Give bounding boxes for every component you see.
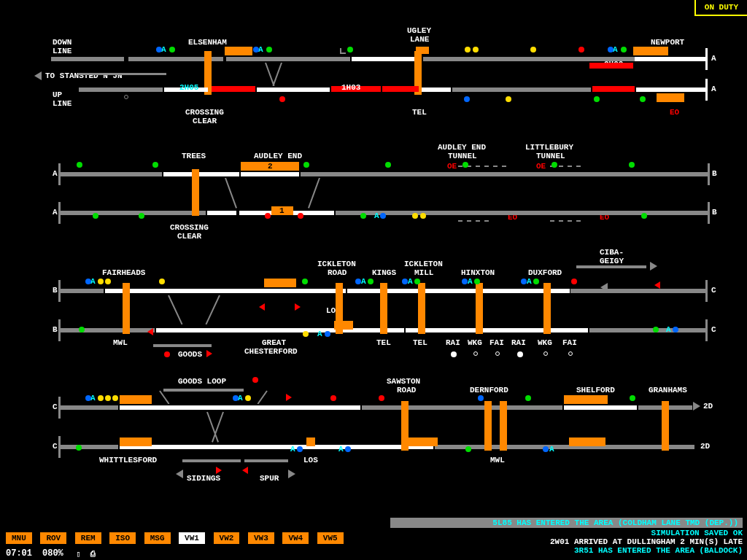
signal-dot[interactable] [412, 213, 418, 219]
arrow-right-icon [650, 262, 657, 271]
signal-dot[interactable] [303, 162, 309, 168]
train-id[interactable]: 2H05 [179, 83, 198, 92]
signal-dot[interactable] [385, 162, 391, 168]
track-white [636, 88, 705, 92]
crossing [192, 169, 199, 216]
vw1-button[interactable]: VW1 [179, 532, 205, 544]
signal-dot[interactable] [379, 395, 384, 401]
rem-button[interactable]: REM [75, 532, 101, 544]
signal-dot[interactable] [156, 47, 162, 52]
signal-dot[interactable] [355, 279, 361, 284]
msg-button[interactable]: MSG [144, 532, 171, 544]
signal-dot[interactable] [533, 279, 539, 284]
signal-dot[interactable] [298, 213, 303, 219]
signal-dot[interactable] [79, 327, 85, 332]
vw2-button[interactable]: VW2 [214, 532, 240, 544]
mnu-button[interactable]: MNU [6, 532, 32, 544]
shunt-signal-icon[interactable] [242, 467, 248, 474]
signal-dot[interactable] [124, 95, 128, 99]
signal-dot[interactable] [303, 331, 309, 337]
signal-dot[interactable] [112, 395, 118, 401]
signal-dot[interactable] [252, 377, 258, 383]
shunt-signal-icon[interactable] [286, 394, 292, 401]
signal-dot[interactable] [525, 395, 531, 401]
signal-dot[interactable] [297, 446, 303, 452]
signal-dot[interactable] [673, 327, 678, 332]
signal-dot[interactable] [420, 213, 426, 219]
signal-dot[interactable] [478, 395, 484, 401]
signal-dot[interactable] [169, 47, 175, 52]
signal-dot[interactable] [98, 279, 104, 284]
signal-dot[interactable] [414, 279, 420, 284]
signal-dot[interactable] [105, 279, 111, 284]
speed-icon[interactable]: ▯ [76, 549, 81, 559]
signal-dot[interactable] [578, 47, 584, 52]
signal-dot[interactable] [653, 327, 659, 332]
train-id[interactable]: 1H03 [341, 83, 360, 92]
vw5-button[interactable]: VW5 [317, 532, 344, 544]
signal-dot[interactable] [640, 96, 646, 102]
signal-dot[interactable] [302, 279, 308, 284]
shunt-signal-icon[interactable] [654, 281, 660, 289]
signal-dot[interactable] [402, 279, 408, 284]
signal-dot[interactable] [380, 213, 386, 219]
shunt-signal-icon[interactable] [295, 303, 301, 311]
signal-dot[interactable] [77, 162, 82, 168]
signal-dot[interactable] [530, 47, 536, 52]
ugley-label2: LANE [410, 35, 429, 44]
signal-dot[interactable] [98, 395, 104, 401]
iso-button[interactable]: ISO [109, 532, 136, 544]
signal-dot[interactable] [253, 47, 259, 52]
signal-dot[interactable] [621, 47, 627, 52]
signal-dot[interactable] [159, 279, 165, 284]
indicator-dot [543, 351, 548, 356]
signal-dot[interactable] [360, 213, 366, 219]
signal-dot[interactable] [465, 47, 471, 52]
signal-dot[interactable] [347, 47, 353, 52]
indicator-dot [451, 351, 457, 357]
vw3-button[interactable]: VW3 [248, 532, 274, 544]
signal-dot[interactable] [506, 96, 511, 102]
signal-dot[interactable] [105, 395, 111, 401]
signal-dot[interactable] [152, 162, 158, 168]
signal-dot[interactable] [266, 47, 272, 52]
shunt-signal-icon[interactable] [259, 303, 265, 311]
signal-dot[interactable] [543, 446, 549, 452]
signal-dot[interactable] [233, 395, 239, 401]
signal-dot[interactable] [521, 279, 527, 284]
signal-dot[interactable] [85, 395, 91, 401]
a-label: A [527, 277, 532, 286]
signal-dot[interactable] [551, 162, 557, 168]
signal-dot[interactable] [641, 213, 647, 219]
signal-dot[interactable] [325, 331, 330, 337]
signal-dot[interactable] [474, 279, 480, 284]
signal-dot[interactable] [462, 162, 468, 168]
signal-dot[interactable] [345, 446, 351, 452]
signal-dot[interactable] [245, 395, 251, 401]
signal-dot[interactable] [164, 351, 170, 357]
shunt-signal-icon[interactable] [216, 467, 222, 474]
vw4-button[interactable]: VW4 [282, 532, 309, 544]
signal-dot[interactable] [608, 47, 614, 52]
signal-dot[interactable] [85, 279, 91, 284]
signal-dot[interactable] [93, 213, 98, 219]
signal-dot[interactable] [629, 162, 635, 168]
signal-dot[interactable] [368, 279, 374, 284]
signal-dot[interactable] [594, 96, 600, 102]
shunt-signal-icon[interactable] [147, 328, 153, 335]
print-icon[interactable]: ⎙ [90, 550, 96, 559]
signal-dot[interactable] [265, 213, 271, 219]
signal-dot[interactable] [462, 279, 468, 284]
signal-dot[interactable] [330, 395, 336, 401]
signal-dot[interactable] [465, 446, 471, 452]
signal-dot[interactable] [630, 395, 635, 401]
rov-button[interactable]: ROV [40, 532, 66, 544]
shunt-signal-icon[interactable] [206, 350, 212, 357]
signal-dot[interactable] [279, 96, 285, 102]
signal-dot[interactable] [571, 279, 577, 284]
signal-dot[interactable] [139, 213, 144, 219]
track-gray [423, 57, 635, 61]
signal-dot[interactable] [76, 445, 82, 451]
signal-dot[interactable] [464, 96, 470, 102]
signal-dot[interactable] [473, 47, 479, 52]
